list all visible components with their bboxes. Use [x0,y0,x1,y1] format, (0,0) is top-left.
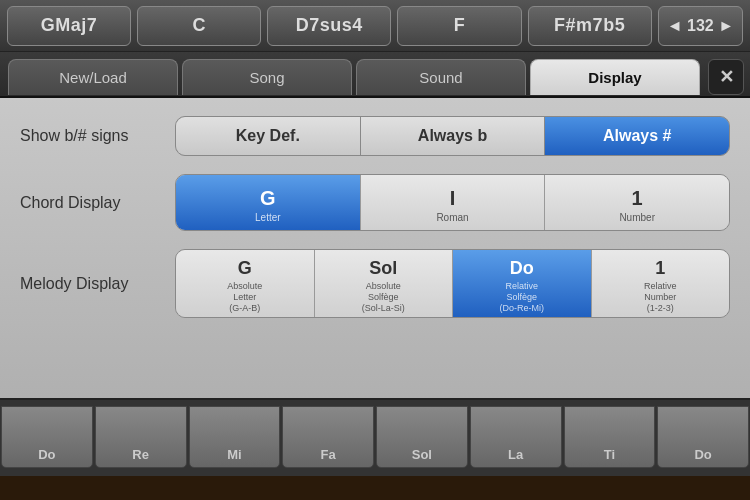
key-re[interactable]: Re [95,406,187,468]
melody-abs-letter-label: AbsoluteLetter(G-A-B) [227,281,262,313]
key-do-low[interactable]: Do [1,406,93,468]
tempo-control[interactable]: ◄ 132 ► [658,6,743,46]
keyboard: Do Re Mi Fa Sol La Ti Do [0,398,750,476]
chord-display-letter[interactable]: G Letter [176,175,361,230]
show-signs-alwayshash[interactable]: Always # [545,117,729,155]
melody-display-rel-number[interactable]: 1 RelativeNumber(1-2-3) [592,250,730,317]
show-signs-row: Show b/# signs Key Def. Always b Always … [20,116,730,156]
tab-sound[interactable]: Sound [356,59,526,95]
show-signs-label: Show b/# signs [20,127,175,145]
chord-f[interactable]: F [397,6,521,46]
melody-display-rel-solfege[interactable]: Do RelativeSolfège(Do-Re-Mi) [453,250,592,317]
chord-display-roman[interactable]: I Roman [361,175,546,230]
key-mi[interactable]: Mi [189,406,281,468]
tab-bar: New/Load Song Sound Display ✕ [0,52,750,98]
show-signs-alwaysb[interactable]: Always b [361,117,546,155]
melody-display-row: Melody Display G AbsoluteLetter(G-A-B) S… [20,249,730,318]
show-signs-keydef[interactable]: Key Def. [176,117,361,155]
melody-rel-solfege-label: RelativeSolfège(Do-Re-Mi) [500,281,545,313]
chord-d7sus4[interactable]: D7sus4 [267,6,391,46]
chord-display-number[interactable]: 1 Number [545,175,729,230]
melody-display-abs-solfege[interactable]: Sol AbsoluteSolfège(Sol-La-Si) [315,250,454,317]
melody-abs-solfege-label: AbsoluteSolfège(Sol-La-Si) [362,281,405,313]
chord-fm7b5[interactable]: F#m7b5 [528,6,652,46]
main-panel: Show b/# signs Key Def. Always b Always … [0,98,750,398]
chord-display-letter-label: Letter [255,212,281,224]
key-la[interactable]: La [470,406,562,468]
chord-display-label: Chord Display [20,194,175,212]
key-do-high[interactable]: Do [657,406,749,468]
tab-new-load[interactable]: New/Load [8,59,178,95]
chord-c[interactable]: C [137,6,261,46]
chord-gmaj7[interactable]: GMaj7 [7,6,131,46]
melody-rel-number-label: RelativeNumber(1-2-3) [644,281,677,313]
show-signs-group: Key Def. Always b Always # [175,116,730,156]
chord-display-row: Chord Display G Letter I Roman 1 Number [20,174,730,231]
chord-bar: GMaj7 C D7sus4 F F#m7b5 ◄ 132 ► [0,0,750,52]
chord-display-number-label: Number [619,212,655,224]
key-ti[interactable]: Ti [564,406,656,468]
chord-display-roman-label: Roman [436,212,468,224]
melody-display-label: Melody Display [20,275,175,293]
tab-display[interactable]: Display [530,59,700,95]
chord-display-group: G Letter I Roman 1 Number [175,174,730,231]
close-button[interactable]: ✕ [708,59,744,95]
key-sol[interactable]: Sol [376,406,468,468]
key-fa[interactable]: Fa [282,406,374,468]
melody-display-abs-letter[interactable]: G AbsoluteLetter(G-A-B) [176,250,315,317]
tab-song[interactable]: Song [182,59,352,95]
melody-display-group: G AbsoluteLetter(G-A-B) Sol AbsoluteSolf… [175,249,730,318]
